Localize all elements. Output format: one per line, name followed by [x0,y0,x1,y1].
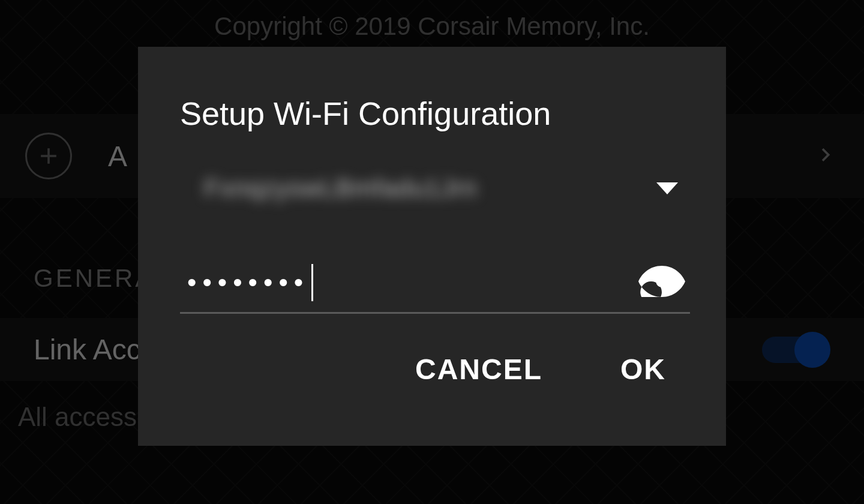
dialog-buttons: CANCEL OK [180,353,690,386]
text-cursor [311,264,313,301]
ssid-value: FxnqzyswLBmfadu1Jrn [204,174,478,203]
ssid-dropdown[interactable]: FxnqzyswLBmfadu1Jrn [180,174,690,210]
wifi-config-dialog: Setup Wi-Fi Configuration FxnqzyswLBmfad… [138,47,726,446]
password-field-row: •••••••• [180,264,690,314]
ok-button[interactable]: OK [620,353,666,386]
chevron-down-icon [656,182,678,194]
dialog-title: Setup Wi-Fi Configuration [180,95,690,132]
cancel-button[interactable]: CANCEL [415,353,542,386]
password-masked-value: •••••••• [187,268,309,298]
password-input[interactable]: •••••••• [187,264,313,301]
eye-icon[interactable] [638,266,685,299]
